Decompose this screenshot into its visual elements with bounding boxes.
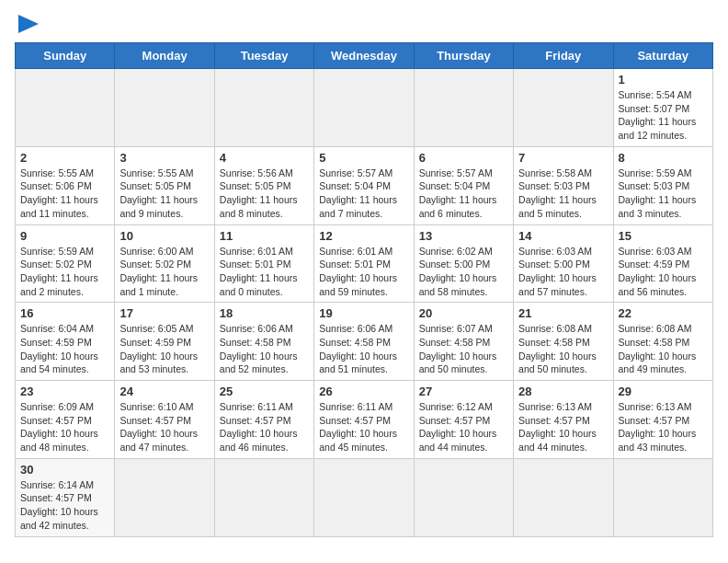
day-of-week-monday: Monday xyxy=(115,43,214,69)
day-info: Sunrise: 5:55 AM Sunset: 5:05 PM Dayligh… xyxy=(119,167,209,221)
calendar-cell: 12Sunrise: 6:01 AM Sunset: 5:01 PM Dayli… xyxy=(314,224,414,303)
calendar-cell xyxy=(214,458,313,536)
day-info: Sunrise: 5:57 AM Sunset: 5:04 PM Dayligh… xyxy=(319,167,408,221)
day-number: 21 xyxy=(518,306,608,320)
day-number: 5 xyxy=(319,151,408,165)
calendar-cell: 1Sunrise: 5:54 AM Sunset: 5:07 PM Daylig… xyxy=(613,69,712,147)
calendar-cell: 15Sunrise: 6:03 AM Sunset: 4:59 PM Dayli… xyxy=(613,224,712,303)
day-info: Sunrise: 6:03 AM Sunset: 5:00 PM Dayligh… xyxy=(518,245,608,299)
calendar-week-5: 23Sunrise: 6:09 AM Sunset: 4:57 PM Dayli… xyxy=(16,381,713,459)
calendar-cell: 29Sunrise: 6:13 AM Sunset: 4:57 PM Dayli… xyxy=(613,381,712,459)
calendar-cell xyxy=(613,458,712,536)
day-info: Sunrise: 5:56 AM Sunset: 5:05 PM Dayligh… xyxy=(220,167,309,221)
calendar-cell xyxy=(514,458,613,536)
day-info: Sunrise: 5:59 AM Sunset: 5:02 PM Dayligh… xyxy=(20,245,109,299)
calendar-cell xyxy=(314,69,414,147)
logo xyxy=(15,15,39,33)
day-number: 29 xyxy=(619,385,708,398)
day-of-week-sunday: Sunday xyxy=(16,43,115,69)
day-of-week-friday: Friday xyxy=(514,43,613,69)
calendar-week-1: 1Sunrise: 5:54 AM Sunset: 5:07 PM Daylig… xyxy=(16,69,713,147)
day-number: 23 xyxy=(20,385,109,398)
day-of-week-wednesday: Wednesday xyxy=(314,43,414,69)
day-of-week-tuesday: Tuesday xyxy=(214,43,313,69)
calendar-cell: 19Sunrise: 6:06 AM Sunset: 4:58 PM Dayli… xyxy=(314,303,414,381)
day-info: Sunrise: 6:02 AM Sunset: 5:00 PM Dayligh… xyxy=(419,245,508,299)
calendar-cell xyxy=(16,69,115,147)
day-info: Sunrise: 6:14 AM Sunset: 4:57 PM Dayligh… xyxy=(20,478,109,533)
calendar-week-3: 9Sunrise: 5:59 AM Sunset: 5:02 PM Daylig… xyxy=(16,224,713,303)
calendar-cell xyxy=(115,458,214,536)
logo-triangle-icon xyxy=(18,15,39,33)
day-of-week-saturday: Saturday xyxy=(613,43,712,69)
day-number: 14 xyxy=(518,229,608,243)
calendar-cell: 11Sunrise: 6:01 AM Sunset: 5:01 PM Dayli… xyxy=(214,224,313,303)
day-info: Sunrise: 6:08 AM Sunset: 4:58 PM Dayligh… xyxy=(619,322,708,376)
day-info: Sunrise: 6:06 AM Sunset: 4:58 PM Dayligh… xyxy=(220,322,309,376)
calendar-cell: 30Sunrise: 6:14 AM Sunset: 4:57 PM Dayli… xyxy=(16,458,115,536)
day-number: 26 xyxy=(319,385,408,398)
day-info: Sunrise: 6:13 AM Sunset: 4:57 PM Dayligh… xyxy=(619,400,708,454)
calendar-cell: 10Sunrise: 6:00 AM Sunset: 5:02 PM Dayli… xyxy=(115,224,214,303)
day-number: 17 xyxy=(119,306,209,320)
calendar-cell: 22Sunrise: 6:08 AM Sunset: 4:58 PM Dayli… xyxy=(613,303,712,381)
calendar-cell xyxy=(514,69,613,147)
day-number: 27 xyxy=(419,385,508,398)
day-info: Sunrise: 6:06 AM Sunset: 4:58 PM Dayligh… xyxy=(319,322,408,376)
day-number: 24 xyxy=(119,385,209,398)
calendar-cell: 14Sunrise: 6:03 AM Sunset: 5:00 PM Dayli… xyxy=(514,224,613,303)
day-number: 19 xyxy=(319,306,408,320)
day-info: Sunrise: 6:04 AM Sunset: 4:59 PM Dayligh… xyxy=(20,322,109,376)
day-info: Sunrise: 6:07 AM Sunset: 4:58 PM Dayligh… xyxy=(419,322,508,376)
day-info: Sunrise: 5:59 AM Sunset: 5:03 PM Dayligh… xyxy=(619,167,708,221)
calendar-cell: 8Sunrise: 5:59 AM Sunset: 5:03 PM Daylig… xyxy=(613,146,712,224)
day-number: 9 xyxy=(20,229,109,243)
calendar-table: SundayMondayTuesdayWednesdayThursdayFrid… xyxy=(15,42,713,537)
calendar-cell: 5Sunrise: 5:57 AM Sunset: 5:04 PM Daylig… xyxy=(314,146,414,224)
calendar-cell: 16Sunrise: 6:04 AM Sunset: 4:59 PM Dayli… xyxy=(16,303,115,381)
calendar-cell: 24Sunrise: 6:10 AM Sunset: 4:57 PM Dayli… xyxy=(115,381,214,459)
day-of-week-thursday: Thursday xyxy=(414,43,513,69)
day-number: 20 xyxy=(419,306,508,320)
calendar-cell xyxy=(214,69,313,147)
svg-marker-0 xyxy=(18,15,39,33)
day-number: 22 xyxy=(619,306,708,320)
calendar-cell: 28Sunrise: 6:13 AM Sunset: 4:57 PM Dayli… xyxy=(514,381,613,459)
day-info: Sunrise: 6:12 AM Sunset: 4:57 PM Dayligh… xyxy=(419,400,508,454)
day-number: 1 xyxy=(619,73,708,86)
day-number: 28 xyxy=(518,385,608,398)
day-info: Sunrise: 5:57 AM Sunset: 5:04 PM Dayligh… xyxy=(419,167,508,221)
day-number: 4 xyxy=(220,151,309,165)
day-number: 30 xyxy=(20,463,109,477)
day-info: Sunrise: 5:55 AM Sunset: 5:06 PM Dayligh… xyxy=(20,167,109,221)
calendar-cell: 3Sunrise: 5:55 AM Sunset: 5:05 PM Daylig… xyxy=(115,146,214,224)
day-info: Sunrise: 5:58 AM Sunset: 5:03 PM Dayligh… xyxy=(518,167,608,221)
calendar-cell: 13Sunrise: 6:02 AM Sunset: 5:00 PM Dayli… xyxy=(414,224,513,303)
calendar-cell: 26Sunrise: 6:11 AM Sunset: 4:57 PM Dayli… xyxy=(314,381,414,459)
calendar-cell: 7Sunrise: 5:58 AM Sunset: 5:03 PM Daylig… xyxy=(514,146,613,224)
day-number: 8 xyxy=(619,151,708,165)
day-number: 25 xyxy=(220,385,309,398)
day-info: Sunrise: 6:09 AM Sunset: 4:57 PM Dayligh… xyxy=(20,400,109,454)
day-info: Sunrise: 6:01 AM Sunset: 5:01 PM Dayligh… xyxy=(220,245,309,299)
day-info: Sunrise: 6:03 AM Sunset: 4:59 PM Dayligh… xyxy=(619,245,708,299)
calendar-cell: 27Sunrise: 6:12 AM Sunset: 4:57 PM Dayli… xyxy=(414,381,513,459)
day-info: Sunrise: 6:13 AM Sunset: 4:57 PM Dayligh… xyxy=(518,400,608,454)
day-number: 10 xyxy=(119,229,209,243)
calendar-cell xyxy=(115,69,214,147)
calendar-cell xyxy=(414,458,513,536)
calendar-cell: 9Sunrise: 5:59 AM Sunset: 5:02 PM Daylig… xyxy=(16,224,115,303)
calendar-cell: 25Sunrise: 6:11 AM Sunset: 4:57 PM Dayli… xyxy=(214,381,313,459)
day-number: 3 xyxy=(119,151,209,165)
day-info: Sunrise: 6:11 AM Sunset: 4:57 PM Dayligh… xyxy=(319,400,408,454)
calendar-cell: 23Sunrise: 6:09 AM Sunset: 4:57 PM Dayli… xyxy=(16,381,115,459)
calendar-week-6: 30Sunrise: 6:14 AM Sunset: 4:57 PM Dayli… xyxy=(16,458,713,536)
day-number: 7 xyxy=(518,151,608,165)
day-number: 2 xyxy=(20,151,109,165)
calendar-cell: 6Sunrise: 5:57 AM Sunset: 5:04 PM Daylig… xyxy=(414,146,513,224)
day-info: Sunrise: 6:05 AM Sunset: 4:59 PM Dayligh… xyxy=(119,322,209,376)
calendar-cell: 21Sunrise: 6:08 AM Sunset: 4:58 PM Dayli… xyxy=(514,303,613,381)
day-number: 15 xyxy=(619,229,708,243)
day-info: Sunrise: 5:54 AM Sunset: 5:07 PM Dayligh… xyxy=(619,88,708,143)
day-info: Sunrise: 6:11 AM Sunset: 4:57 PM Dayligh… xyxy=(220,400,309,454)
